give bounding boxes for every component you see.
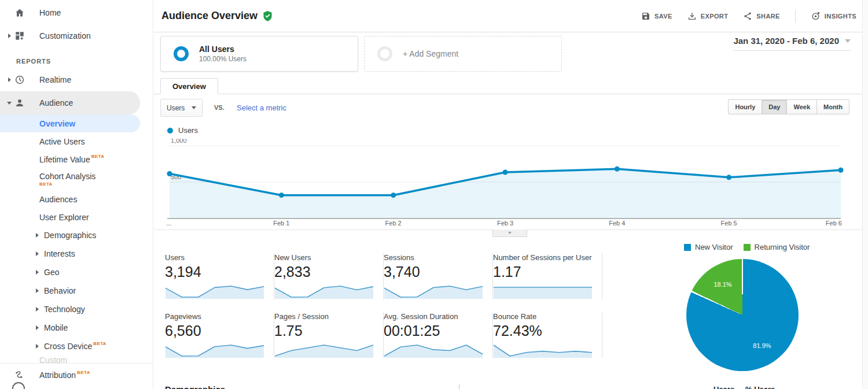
- chevron-down-icon[interactable]: [7, 102, 12, 105]
- annotations-expander[interactable]: [492, 229, 527, 237]
- metric-value: 00:01:25: [384, 323, 486, 339]
- granularity-week-button[interactable]: Week: [787, 99, 817, 114]
- sidebar-item-cohort-analysis[interactable]: Cohort AnalysisBETA: [0, 168, 153, 190]
- beta-badge: BETA: [91, 154, 105, 159]
- metric-sparkline: [493, 342, 593, 359]
- granularity-month-button[interactable]: Month: [817, 99, 849, 114]
- save-button[interactable]: SAVE: [641, 12, 672, 21]
- audience-person-icon: [14, 97, 25, 109]
- metric-card-new-users[interactable]: New Users2,833: [274, 253, 384, 299]
- chevron-right-icon[interactable]: [36, 270, 39, 275]
- action-label: SHARE: [756, 13, 780, 20]
- metric-card-pageviews[interactable]: Pageviews6,560: [165, 312, 274, 358]
- sidebar-item-label: Technology: [44, 305, 85, 314]
- chevron-right-icon[interactable]: [36, 307, 39, 312]
- granularity-day-button[interactable]: Day: [762, 99, 787, 114]
- pie-legend-item-returning-visitor[interactable]: Returning Visitor: [744, 243, 810, 251]
- segment-title: All Users: [199, 45, 247, 54]
- metric-card-pages-session[interactable]: Pages / Session1.75: [274, 312, 384, 358]
- visitor-pie-chart[interactable]: 81.9%18.1%: [686, 259, 799, 371]
- sidebar-item-cutoff: Custom: [0, 355, 153, 363]
- granularity-hourly-button[interactable]: Hourly: [728, 99, 762, 114]
- chevron-right-icon[interactable]: [36, 251, 39, 256]
- metric-card-avg-session-duration[interactable]: Avg. Session Duration00:01:25: [384, 312, 493, 358]
- scrollbar[interactable]: [862, 0, 868, 389]
- export-button[interactable]: EXPORT: [687, 12, 729, 21]
- sidebar-item-label: Realtime: [39, 75, 71, 84]
- beta-badge: BETA: [77, 370, 90, 375]
- sidebar-item-label: Customization: [39, 31, 91, 40]
- segment-subtitle: 100.00% Users: [199, 55, 247, 63]
- insights-button[interactable]: INSIGHTS: [811, 11, 856, 21]
- metric-label: Pages / Session: [274, 312, 376, 321]
- select-a-metric-link[interactable]: Select a metric: [237, 103, 286, 112]
- sidebar-item-geo[interactable]: Geo: [0, 263, 153, 281]
- sidebar-item-label: Mobile: [44, 323, 68, 332]
- chevron-right-icon[interactable]: [36, 288, 39, 293]
- legend-dot-icon: [167, 128, 173, 134]
- svg-text:1,000: 1,000: [171, 139, 187, 144]
- metric-card-bounce-rate[interactable]: Bounce Rate72.43%: [493, 312, 602, 358]
- users-column-heading-cutoff: Users: [713, 385, 734, 389]
- demographics-heading-cutoff: Demographics: [165, 384, 225, 389]
- sidebar-item-active-users[interactable]: Active Users: [0, 132, 153, 150]
- page-title: Audience Overview: [161, 10, 258, 22]
- metric-label: Number of Sessions per User: [493, 253, 595, 262]
- sidebar-item-label: Audiences: [39, 195, 77, 204]
- sidebar-item-user-explorer[interactable]: User Explorer: [0, 208, 153, 226]
- date-range-picker[interactable]: Jan 31, 2020 - Feb 6, 2020: [733, 36, 851, 51]
- pie-legend-item-new-visitor[interactable]: New Visitor: [684, 243, 733, 251]
- sidebar-item-demographics[interactable]: Demographics: [0, 226, 153, 244]
- metric-cards: Users3,194New Users2,833Sessions3,740Num…: [165, 253, 602, 358]
- svg-text:Feb 4: Feb 4: [609, 220, 625, 227]
- metric-sparkline: [384, 283, 483, 300]
- chevron-down-icon: [508, 232, 512, 234]
- metric-value: 6,560: [165, 323, 267, 339]
- action-label: INSIGHTS: [825, 13, 856, 20]
- report-header: Audience Overview SAVEEXPORTSHAREINSIGHT…: [154, 0, 868, 32]
- main-content: Audience Overview SAVEEXPORTSHAREINSIGHT…: [154, 0, 868, 389]
- granularity-button-group: HourlyDayWeekMonth: [728, 99, 849, 114]
- attribution-icon: [14, 369, 25, 381]
- sidebar-item-behavior[interactable]: Behavior: [0, 281, 153, 300]
- sidebar-item-label: Cross Device: [44, 342, 92, 351]
- sidebar-item-label: Demographics: [44, 231, 96, 240]
- share-button[interactable]: SHARE: [743, 12, 780, 21]
- sidebar-item-home[interactable]: Home: [0, 1, 153, 24]
- sidebar-item-technology[interactable]: Technology: [0, 300, 153, 318]
- sidebar-item-mobile[interactable]: Mobile: [0, 318, 153, 337]
- metric-card-number-of-sessions-per-user[interactable]: Number of Sessions per User1.17: [493, 253, 602, 299]
- action-label: EXPORT: [701, 13, 729, 20]
- chevron-right-icon[interactable]: [8, 34, 11, 38]
- metric-select-value: Users: [167, 104, 185, 112]
- metric-card-sessions[interactable]: Sessions3,740: [384, 253, 493, 299]
- sidebar-item-label: Cohort Analysis: [39, 172, 153, 181]
- chevron-right-icon[interactable]: [36, 325, 39, 330]
- pie-slice-label: 81.9%: [753, 342, 771, 349]
- sidebar-item-audience[interactable]: Audience: [0, 91, 140, 114]
- metric-sparkline: [274, 342, 374, 359]
- metric-value: 1.17: [493, 264, 595, 280]
- sidebar-item-customization[interactable]: Customization: [0, 24, 153, 47]
- chevron-right-icon[interactable]: [36, 233, 39, 238]
- segment-all-users[interactable]: All Users 100.00% Users: [160, 36, 358, 72]
- sidebar: HomeCustomizationREPORTSRealtimeAudience…: [0, 0, 153, 389]
- metric-select-dropdown[interactable]: Users: [160, 99, 203, 117]
- chevron-right-icon[interactable]: [8, 77, 11, 82]
- add-segment-button[interactable]: + Add Segment: [364, 36, 562, 72]
- sidebar-item-cross-device[interactable]: Cross DeviceBETA: [0, 337, 153, 355]
- users-line-chart[interactable]: 5001,000...Feb 1Feb 2Feb 3Feb 4Feb 5Feb …: [160, 139, 849, 234]
- segment-ring-empty-icon: [377, 46, 392, 61]
- tab-overview[interactable]: Overview: [160, 78, 218, 94]
- metric-sparkline: [165, 342, 264, 359]
- sidebar-item-realtime[interactable]: Realtime: [0, 68, 153, 91]
- metric-label: New Users: [274, 253, 376, 262]
- metric-card-users[interactable]: Users3,194: [165, 253, 274, 299]
- sidebar-item-overview[interactable]: Overview: [0, 114, 140, 132]
- sidebar-item-audiences[interactable]: Audiences: [0, 190, 153, 208]
- sidebar-item-lifetime-value[interactable]: Lifetime ValueBETA: [0, 150, 153, 168]
- sidebar-item-interests[interactable]: Interests: [0, 244, 153, 263]
- sidebar-item-attribution[interactable]: AttributionBETA: [0, 364, 153, 387]
- chevron-right-icon[interactable]: [36, 344, 39, 349]
- legend-swatch-icon: [744, 244, 751, 251]
